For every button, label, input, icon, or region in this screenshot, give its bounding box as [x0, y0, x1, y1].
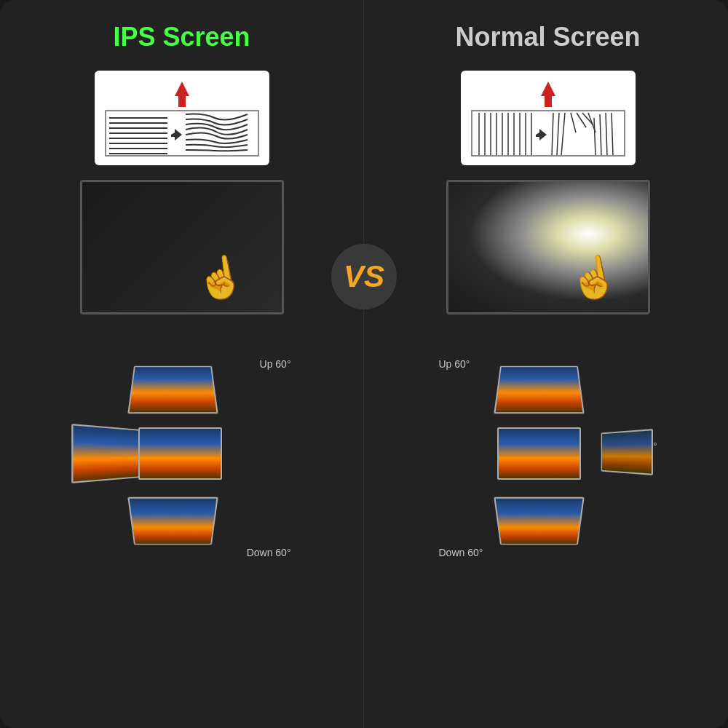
- svg-marker-22: [536, 129, 547, 141]
- svg-line-30: [594, 118, 596, 155]
- svg-marker-11: [541, 82, 555, 107]
- svg-line-23: [552, 113, 553, 155]
- normal-screen-down: [494, 497, 584, 545]
- svg-line-25: [561, 113, 565, 155]
- normal-up-label: Up 60°: [439, 358, 470, 370]
- ips-panel: IPS Screen: [0, 0, 364, 728]
- svg-line-33: [612, 113, 613, 155]
- ips-down-label: Down 60°: [247, 547, 291, 558]
- ips-screen: ☝: [80, 180, 284, 314]
- svg-marker-0: [175, 82, 189, 107]
- ips-hand-icon: ☝: [191, 250, 248, 306]
- normal-molecule-svg: [468, 78, 628, 158]
- normal-screen-center: [497, 427, 581, 480]
- normal-angle-section: Up 60° Right 60° Down 60°: [382, 347, 713, 562]
- ips-screen-down: [127, 497, 218, 545]
- svg-line-26: [571, 113, 576, 132]
- vs-label: VS: [344, 259, 384, 294]
- ips-screen-up: [127, 366, 218, 414]
- vs-badge: VS: [331, 244, 397, 309]
- normal-molecule-diagram: [461, 71, 636, 165]
- ips-molecule-diagram: [95, 71, 269, 165]
- ips-screen-center: [138, 427, 222, 480]
- svg-line-24: [557, 113, 559, 155]
- normal-screen-right: [601, 429, 652, 475]
- ips-angle-grid: Left 60° Up 60° Down 60°: [73, 355, 291, 562]
- svg-line-32: [606, 113, 607, 155]
- normal-panel: Normal Screen: [364, 0, 728, 728]
- normal-monitor: ☝: [446, 180, 650, 325]
- ips-screen-left: [71, 424, 149, 483]
- svg-marker-9: [171, 129, 182, 141]
- normal-title: Normal Screen: [455, 22, 640, 52]
- svg-line-31: [600, 114, 601, 155]
- ips-title: IPS Screen: [113, 22, 250, 52]
- normal-down-label: Down 60°: [439, 547, 483, 558]
- ips-angle-section: Left 60° Up 60° Down 60°: [15, 347, 349, 562]
- svg-rect-34: [472, 111, 625, 156]
- normal-angle-grid: Up 60° Right 60° Down 60°: [439, 355, 657, 562]
- ips-monitor: ☝: [80, 180, 284, 325]
- normal-screen-up: [494, 366, 584, 414]
- main-container: IPS Screen: [0, 0, 728, 728]
- ips-molecule-svg: [102, 78, 262, 158]
- normal-screen: ☝: [446, 180, 650, 314]
- normal-hand-icon: ☝: [564, 250, 622, 306]
- ips-up-label: Up 60°: [260, 358, 291, 370]
